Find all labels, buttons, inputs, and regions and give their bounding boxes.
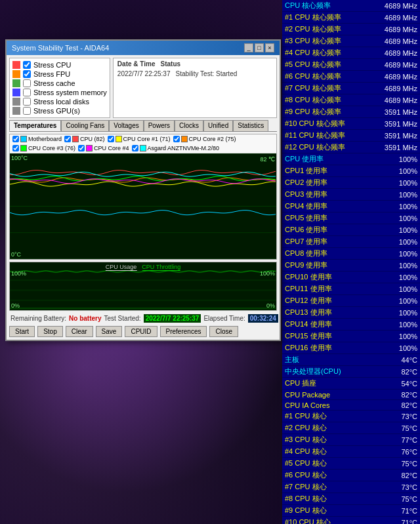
cpu-usage-area: CPU Usage CPU Throttling 100% 0% 100% 0%: [9, 262, 277, 311]
cb-icon-4: [12, 98, 20, 106]
monitor-value-38: 76°C: [401, 448, 417, 456]
monitor-value-11: 3591 MHz: [385, 132, 417, 140]
tab-voltages[interactable]: Voltages: [109, 120, 143, 131]
legend-label-6: Asgard ANZTNVMe-M.2/80: [148, 145, 220, 151]
status-box: Date & Time Status 2022/7/7 22:25:37 Sta…: [113, 58, 277, 118]
checkbox-stress_gpus[interactable]: [23, 107, 31, 115]
monitor-row-4: #4 CPU 核心频率4689 MHz: [282, 47, 420, 59]
monitor-label-15: CPU2 使用率: [285, 178, 327, 188]
stop-button[interactable]: Stop: [37, 326, 63, 337]
monitor-value-19: 100%: [399, 226, 417, 234]
monitor-label-17: CPU4 使用率: [285, 201, 327, 211]
monitor-label-43: #9 CPU 核心: [285, 506, 327, 515]
cpu-usage-tab[interactable]: CPU Usage: [106, 264, 137, 271]
monitor-label-10: #10 CPU 核心频率: [285, 119, 345, 129]
cb-icon-3: [12, 89, 20, 96]
legend-label-4: CPU Core #3 (76): [28, 145, 75, 151]
monitor-value-28: 100%: [399, 333, 417, 340]
checkbox-label-4: Stress local disks: [33, 98, 89, 106]
monitor-value-34: 82°C: [401, 401, 417, 409]
monitor-value-3: 4689 MHz: [385, 37, 417, 45]
tab-powers[interactable]: Powers: [144, 120, 175, 131]
cpuid-button[interactable]: CPUID: [125, 326, 157, 337]
monitor-value-33: 82°C: [401, 391, 417, 399]
legend-checkbox-4[interactable]: [12, 145, 19, 151]
monitor-value-4: 4689 MHz: [385, 49, 417, 57]
monitor-row-37: #3 CPU 核心77°C: [282, 434, 420, 446]
tab-statistics[interactable]: Statistics: [233, 120, 268, 131]
checkbox-stress_cache[interactable]: [23, 79, 31, 87]
clear-button[interactable]: Clear: [66, 326, 93, 337]
monitor-row-38: #4 CPU 核心76°C: [282, 446, 420, 458]
minimize-button[interactable]: _: [244, 43, 253, 52]
legend-checkbox-0[interactable]: [12, 136, 19, 142]
monitor-value-31: 82°C: [401, 368, 417, 376]
top-area: Stress CPUStress FPUStress cacheStress s…: [9, 58, 277, 118]
monitor-value-6: 4689 MHz: [385, 73, 417, 81]
monitor-value-40: 82°C: [401, 472, 417, 479]
legend-checkbox-5[interactable]: [78, 145, 85, 151]
monitor-label-3: #3 CPU 核心频率: [285, 36, 341, 46]
tab-temperatures[interactable]: Temperatures: [9, 120, 61, 131]
monitor-label-16: CPU3 使用率: [285, 190, 327, 199]
start-button[interactable]: Start: [9, 326, 35, 337]
monitor-label-11: #11 CPU 核心频率: [285, 131, 345, 140]
checkbox-label-5: Stress GPU(s): [33, 107, 80, 115]
tab-cooling-fans[interactable]: Cooling Fans: [61, 120, 109, 131]
checkbox-row-5: Stress GPU(s): [12, 107, 107, 115]
monitor-value-1: 4689 MHz: [385, 14, 417, 22]
monitor-label-25: CPU12 使用率: [285, 296, 332, 306]
monitor-value-2: 4689 MHz: [385, 26, 417, 33]
monitor-value-35: 73°C: [401, 413, 417, 420]
monitor-row-36: #2 CPU 核心75°C: [282, 422, 420, 434]
graph-y-min: 0°C: [11, 251, 21, 258]
legend-label-3: CPU Core #2 (75): [189, 136, 236, 142]
monitor-row-20: CPU7 使用率100%: [282, 236, 420, 248]
monitor-label-40: #6 CPU 核心: [285, 470, 327, 480]
monitor-value-15: 100%: [399, 179, 417, 187]
checkbox-row-4: Stress local disks: [12, 98, 107, 106]
monitor-row-24: CPU11 使用率100%: [282, 283, 420, 295]
monitor-value-43: 71°C: [401, 507, 417, 515]
checkbox-stress_cpu[interactable]: [23, 61, 31, 69]
preferences-button[interactable]: Preferences: [160, 326, 207, 337]
maximize-button[interactable]: □: [255, 43, 264, 52]
monitor-label-20: CPU7 使用率: [285, 237, 327, 247]
monitor-value-16: 100%: [399, 191, 417, 199]
close-button[interactable]: ×: [265, 43, 274, 52]
close-button[interactable]: Close: [209, 326, 238, 337]
legend-checkbox-3[interactable]: [173, 136, 180, 142]
tab-clocks[interactable]: Clocks: [175, 120, 203, 131]
date-time-label: Date & Time: [117, 60, 156, 68]
monitor-value-12: 3591 MHz: [385, 144, 417, 151]
checkbox-stress_system_memory[interactable]: [23, 89, 31, 96]
monitor-value-30: 44°C: [401, 356, 417, 364]
window-title: System Stability Test - AIDA64: [12, 44, 109, 52]
checkbox-stress_fpu[interactable]: [23, 70, 31, 78]
monitor-label-34: CPU IA Cores: [285, 401, 329, 409]
temperature-canvas: [10, 153, 276, 259]
checkbox-row-1: Stress FPU: [12, 70, 107, 78]
monitor-label-27: CPU14 使用率: [285, 319, 332, 329]
monitor-row-26: CPU13 使用率100%: [282, 307, 420, 319]
save-button[interactable]: Save: [96, 326, 123, 337]
tab-unified[interactable]: Unified: [203, 120, 233, 131]
legend-checkbox-2[interactable]: [108, 136, 114, 142]
monitor-row-31: 中央处理器(CPU)82°C: [282, 366, 420, 378]
monitor-row-15: CPU2 使用率100%: [282, 177, 420, 189]
monitor-value-29: 100%: [399, 344, 417, 352]
checkbox-panel: Stress CPUStress FPUStress cacheStress s…: [9, 58, 110, 118]
checkbox-stress_local_disks[interactable]: [23, 98, 31, 106]
monitor-label-44: #10 CPU 核心: [285, 517, 331, 524]
monitor-row-21: CPU8 使用率100%: [282, 248, 420, 260]
monitor-row-30: 主板44°C: [282, 354, 420, 366]
legend-color-2: [116, 136, 122, 142]
legend-checkbox-6[interactable]: [132, 145, 138, 151]
cpu-throttling-tab[interactable]: CPU Throttling: [142, 264, 180, 271]
legend-item-3: CPU Core #2 (75): [173, 136, 236, 142]
legend-checkbox-1[interactable]: [64, 136, 71, 142]
monitor-label-22: CPU9 使用率: [285, 260, 327, 270]
monitor-label-5: #5 CPU 核心频率: [285, 60, 341, 70]
title-bar-buttons: _ □ ×: [244, 43, 274, 52]
monitor-label-36: #2 CPU 核心: [285, 423, 327, 433]
